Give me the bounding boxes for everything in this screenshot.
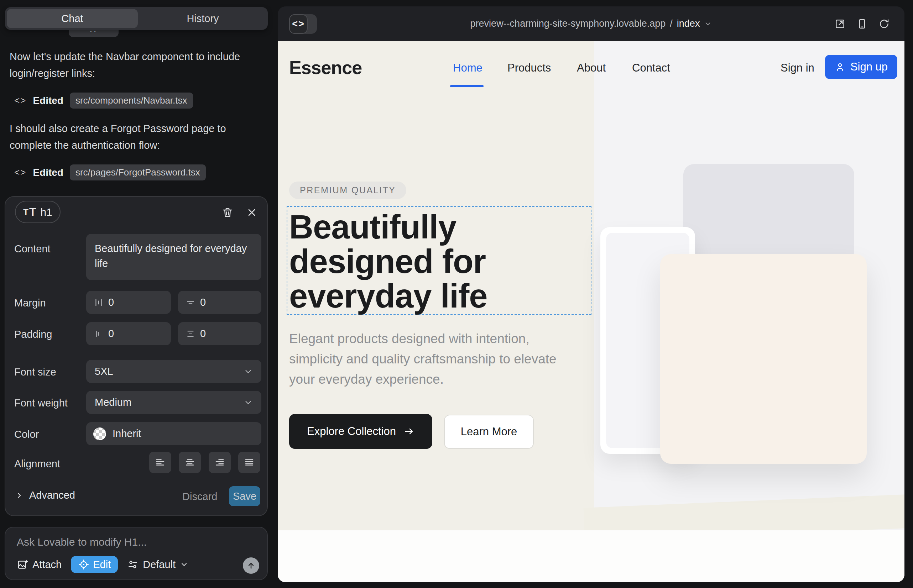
typography-icon: T: [23, 207, 29, 217]
close-panel-button[interactable]: [244, 205, 259, 220]
attach-label: Attach: [32, 559, 62, 570]
color-value: Inherit: [113, 428, 141, 439]
margin-x-value: 0: [108, 297, 114, 308]
learn-more-button[interactable]: Learn More: [444, 415, 534, 449]
margin-y-value: 0: [200, 297, 206, 308]
transparency-swatch-icon: [93, 428, 106, 440]
advanced-label: Advanced: [29, 489, 75, 501]
align-left-button[interactable]: [149, 452, 171, 473]
sign-in-link[interactable]: Sign in: [780, 61, 814, 74]
refresh-button[interactable]: [878, 18, 890, 30]
trash-icon: [222, 207, 233, 218]
selected-element-chip[interactable]: T T h1: [15, 201, 60, 223]
file-chip[interactable]: src/pages/ForgotPassword.tsx: [70, 165, 206, 181]
nav-link-contact[interactable]: Contact: [632, 61, 670, 74]
alignment-label: Alignment: [14, 458, 60, 470]
preview-toolbar: <> preview--charming-site-symphony.lovab…: [278, 6, 905, 41]
font-size-value: 5XL: [95, 365, 113, 377]
align-justify-button[interactable]: [238, 452, 260, 473]
align-center-button[interactable]: [179, 452, 201, 473]
discard-button[interactable]: Discard: [182, 491, 217, 502]
element-tag-label: h1: [40, 206, 52, 218]
padding-vertical-icon: [186, 329, 195, 339]
align-justify-icon: [244, 457, 254, 468]
margin-y-input[interactable]: 0: [178, 291, 261, 314]
hero-paragraph: Elegant products designed with intention…: [289, 328, 578, 389]
site-canvas: Essence Home Products About Contact Sign…: [278, 41, 905, 582]
content-input[interactable]: Beautifully designed for everyday life: [86, 234, 261, 280]
align-right-icon: [214, 457, 225, 468]
chat-composer: Ask Lovable to modify H1... Attach: [5, 527, 268, 580]
hero-heading-line: designed for: [289, 244, 487, 279]
padding-y-value: 0: [200, 328, 206, 339]
color-select[interactable]: Inherit: [86, 422, 261, 445]
url-domain: preview--charming-site-symphony.lovable.…: [470, 18, 666, 29]
composer-input[interactable]: Ask Lovable to modify H1...: [17, 536, 147, 548]
delete-element-button[interactable]: [220, 205, 235, 220]
sidebar-tabbar: Chat History: [5, 7, 268, 30]
sign-up-label: Sign up: [850, 60, 888, 73]
hero-badge: PREMIUM QUALITY: [289, 181, 406, 199]
edited-file-row: <> Edited src/components/Navbar.tsx: [14, 92, 193, 108]
url-separator: /: [670, 18, 673, 29]
chevron-down-icon: [704, 20, 712, 28]
margin-horizontal-icon: [94, 298, 103, 307]
file-chip[interactable]: src/components/Navbar.tsx: [70, 92, 193, 108]
attach-button[interactable]: Attach: [17, 559, 62, 570]
edit-mode-button[interactable]: Edit: [71, 556, 118, 573]
chevron-down-icon: [180, 560, 188, 569]
nav-link-home[interactable]: Home: [453, 61, 482, 74]
save-button[interactable]: Save: [229, 486, 260, 506]
nav-link-products[interactable]: Products: [507, 61, 551, 74]
edited-file-row: <> Edited src/pages/ForgotPassword.tsx: [14, 165, 206, 181]
target-icon: [78, 559, 89, 570]
chat-sidebar: .. Chat History Now let's update the Nav…: [0, 0, 277, 588]
mode-label: Default: [143, 559, 176, 570]
padding-label: Padding: [14, 328, 52, 340]
content-label: Content: [14, 243, 50, 255]
open-external-button[interactable]: [834, 18, 846, 30]
hero-heading[interactable]: Beautifully designed for everyday life: [289, 210, 487, 313]
margin-label: Margin: [14, 297, 46, 309]
user-icon: [835, 61, 845, 72]
margin-vertical-icon: [186, 298, 195, 307]
edit-label: Edit: [93, 559, 111, 570]
url-bar[interactable]: preview--charming-site-symphony.lovable.…: [278, 6, 905, 41]
site-logo[interactable]: Essence: [289, 57, 362, 78]
tab-chat[interactable]: Chat: [7, 9, 138, 28]
toolbar-actions: [834, 6, 890, 41]
color-label: Color: [14, 428, 39, 440]
font-weight-value: Medium: [95, 396, 131, 408]
section-below: [278, 530, 905, 582]
arrow-up-icon: [246, 561, 256, 570]
arrow-right-icon: [404, 426, 414, 437]
nav-link-about[interactable]: About: [577, 61, 606, 74]
chevron-right-icon: [15, 491, 24, 500]
mode-select[interactable]: Default: [127, 559, 188, 570]
attach-image-icon: [17, 559, 28, 570]
advanced-expander[interactable]: Advanced: [15, 489, 75, 501]
decorative-card-beige: [660, 254, 867, 464]
align-left-icon: [155, 457, 165, 468]
tab-history[interactable]: History: [138, 13, 268, 24]
send-button[interactable]: [243, 557, 259, 574]
hero-heading-line: everyday life: [289, 279, 487, 313]
mobile-view-button[interactable]: [856, 18, 868, 30]
chevron-down-icon: [244, 367, 253, 376]
preview-frame: <> preview--charming-site-symphony.lovab…: [278, 6, 905, 582]
cta-primary-label: Explore Collection: [307, 425, 396, 438]
explore-collection-button[interactable]: Explore Collection: [289, 414, 432, 449]
align-center-icon: [185, 457, 195, 468]
edited-label: Edited: [33, 95, 63, 107]
font-weight-select[interactable]: Medium: [86, 391, 261, 414]
padding-horizontal-icon: [94, 329, 103, 339]
font-size-select[interactable]: 5XL: [86, 360, 261, 383]
code-icon: <>: [14, 167, 26, 178]
align-right-button[interactable]: [209, 452, 231, 473]
padding-x-input[interactable]: 0: [86, 322, 171, 345]
hero-heading-line: Beautifully: [289, 210, 487, 244]
sign-up-button[interactable]: Sign up: [825, 55, 897, 79]
padding-y-input[interactable]: 0: [178, 322, 261, 345]
typography-icon: T: [29, 205, 36, 218]
margin-x-input[interactable]: 0: [86, 291, 171, 314]
